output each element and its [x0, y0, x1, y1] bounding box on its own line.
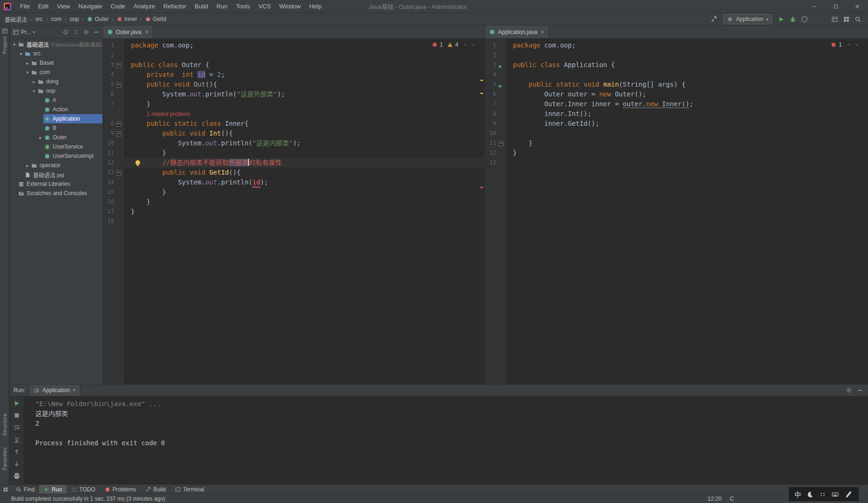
up-button[interactable] — [13, 448, 20, 455]
tree-item-External Libraries[interactable]: External Libraries — [10, 179, 102, 189]
tree-expand-icon[interactable]: ▸ — [38, 135, 43, 140]
fold-marker-icon[interactable] — [116, 122, 121, 127]
close-button[interactable] — [847, 0, 868, 13]
ime-moon-icon[interactable] — [807, 491, 814, 498]
ime-pen-icon[interactable] — [844, 489, 854, 499]
tree-item-Application[interactable]: CApplication — [10, 114, 102, 123]
intention-bulb-icon[interactable] — [135, 160, 140, 165]
minimize-button[interactable] — [804, 0, 825, 13]
fold-marker-icon[interactable] — [116, 82, 121, 88]
hide-icon[interactable] — [857, 387, 863, 394]
fold-marker-icon[interactable] — [116, 63, 121, 68]
tree-item-operator[interactable]: ▸operator — [10, 161, 102, 170]
rerun-button[interactable] — [13, 400, 20, 407]
toolwindow-button-build[interactable]: Build — [141, 485, 171, 494]
menu-edit[interactable]: Edit — [34, 3, 53, 10]
tree-item-com[interactable]: ▾com — [10, 68, 102, 77]
tool-stripe-project[interactable]: Project — [0, 28, 9, 54]
breadcrumb-基础语法[interactable]: 基础语法 — [4, 15, 28, 24]
target-icon[interactable] — [62, 29, 69, 35]
project-view-select[interactable]: Pr... ▾ — [13, 29, 35, 35]
maximize-button[interactable] — [825, 0, 847, 13]
tool-stripe-structure[interactable]: Structure — [0, 413, 9, 436]
caret-position[interactable]: 12:20 — [707, 496, 721, 502]
tree-item-UserServiceImpl[interactable]: CUserServiceImpl — [10, 151, 102, 161]
toolwindow-button-find[interactable]: Find — [11, 485, 39, 494]
fold-marker-icon[interactable] — [116, 131, 121, 136]
tree-item-Scratches and Consoles[interactable]: Scratches and Consoles — [10, 189, 102, 198]
breadcrumb-Inner[interactable]: CInner — [116, 15, 138, 23]
run-console[interactable]: "E:\New Folder\bin\java.exe" ...这是内部类2Pr… — [24, 396, 868, 484]
related-problem-inlay[interactable]: 1 related problem — [147, 111, 190, 117]
layout-icon[interactable] — [831, 16, 838, 23]
tool-stripe-favorites[interactable]: Favorites — [0, 447, 9, 470]
tree-item-Outer[interactable]: ▸COuter — [10, 133, 102, 142]
close-icon[interactable]: × — [541, 29, 544, 35]
breadcrumb-GetId[interactable]: mGetId — [144, 15, 167, 23]
prev-problem-icon[interactable] — [463, 42, 468, 48]
close-icon[interactable]: × — [145, 29, 148, 35]
menu-navigate[interactable]: Navigate — [74, 3, 106, 10]
fold-marker-icon[interactable] — [498, 141, 504, 146]
menu-help[interactable]: Help — [305, 3, 326, 10]
menu-refactor[interactable]: Refactor — [159, 3, 190, 10]
tree-item-基础语法[interactable]: ▾基础语法F:\java\Java基础\基础语法 — [10, 40, 102, 49]
tree-expand-icon[interactable]: ▾ — [31, 88, 37, 94]
tree-item-基础语法.iml[interactable]: 基础语法.iml — [10, 170, 102, 179]
down-button[interactable] — [13, 460, 20, 468]
breadcrumb-oop[interactable]: oop — [69, 15, 80, 23]
close-icon[interactable]: × — [73, 387, 76, 394]
menu-run[interactable]: Run — [212, 3, 232, 10]
build-hammer-icon[interactable] — [711, 16, 718, 23]
gear-icon[interactable] — [83, 29, 89, 35]
next-problem-icon[interactable] — [854, 42, 860, 48]
run-tab-application[interactable]: Application × — [29, 385, 81, 396]
tree-expand-icon[interactable]: ▸ — [25, 163, 30, 168]
editor-application-java[interactable]: 1package com.oop;23public class Applicat… — [485, 39, 868, 384]
tree-expand-icon[interactable]: ▸ — [31, 79, 37, 84]
tab-outer-java[interactable]: C Outer.java × — [103, 26, 153, 38]
menu-build[interactable]: Build — [190, 3, 212, 10]
next-problem-icon[interactable] — [471, 42, 476, 48]
search-icon[interactable] — [855, 16, 861, 23]
print-button[interactable] — [13, 472, 20, 480]
run-config-select[interactable]: Application ▾ — [723, 14, 772, 24]
menu-vcs[interactable]: VCS — [254, 3, 275, 10]
tree-item-src[interactable]: ▾src — [10, 49, 102, 58]
run-button[interactable] — [778, 16, 785, 23]
collapse-icon[interactable] — [73, 29, 79, 35]
inspections-widget[interactable]: 1 — [829, 41, 861, 48]
editor-outer-java[interactable]: 1package com.oop;23public class Outer {4… — [103, 39, 484, 384]
toolwindow-button-terminal[interactable]: Terminal — [170, 485, 209, 494]
toolgrid-icon[interactable] — [843, 16, 850, 23]
run-line-icon[interactable] — [498, 62, 503, 68]
tree-item-B[interactable]: CB — [10, 123, 102, 133]
tree-expand-icon[interactable]: ▸ — [25, 61, 30, 66]
menu-window[interactable]: Window — [275, 3, 305, 10]
fold-marker-icon[interactable] — [116, 170, 121, 176]
hide-icon[interactable] — [93, 29, 100, 35]
prev-problem-icon[interactable] — [846, 42, 852, 48]
gear-icon[interactable] — [846, 387, 852, 394]
toolwindow-button-run[interactable]: Run — [39, 485, 67, 494]
menu-file[interactable]: File — [16, 3, 34, 10]
softwrap-button[interactable] — [13, 424, 20, 431]
breadcrumb-com[interactable]: com — [50, 15, 62, 23]
breadcrumb-Outer[interactable]: COuter — [86, 15, 109, 23]
toolwindow-button-problems[interactable]: Problems — [100, 485, 141, 494]
tree-item-oop[interactable]: ▾oop — [10, 86, 102, 95]
line-ending[interactable]: C — [730, 496, 734, 502]
tree-expand-icon[interactable]: ▾ — [18, 51, 24, 56]
menu-analyze[interactable]: Analyze — [129, 3, 159, 10]
menu-code[interactable]: Code — [107, 3, 129, 10]
debug-button[interactable] — [789, 16, 796, 23]
stop-button[interactable] — [13, 412, 20, 419]
breadcrumb-src[interactable]: src — [34, 15, 44, 23]
ime-keyboard-icon[interactable] — [832, 491, 839, 498]
tree-item-dong[interactable]: ▸dong — [10, 77, 102, 86]
tree-item-Action[interactable]: CAction — [10, 105, 102, 114]
ime-language-indicator[interactable]: 中 — [794, 489, 801, 499]
menu-tools[interactable]: Tools — [232, 3, 254, 10]
menu-view[interactable]: View — [53, 3, 74, 10]
ime-marks-icon[interactable] — [819, 491, 826, 498]
